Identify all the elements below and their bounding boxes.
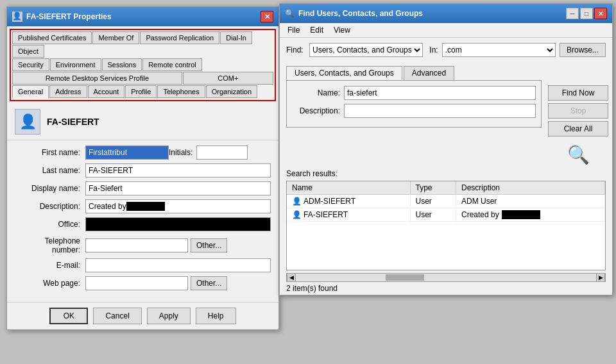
name-field-input[interactable] [344, 86, 536, 100]
results-table: Name Type Description 👤 ADM-SIEFERT [287, 181, 605, 222]
scroll-left-arrow[interactable]: ◀ [287, 273, 296, 282]
firstname-row: First name: Initials: [15, 145, 271, 160]
form-area: First name: Initials: Last name: Display… [7, 140, 278, 299]
profile-name: FA-SIEFERT [47, 117, 99, 127]
scrollbar-thumb[interactable] [386, 274, 424, 281]
tab-general[interactable]: General [12, 85, 49, 98]
cancel-button[interactable]: Cancel [93, 308, 141, 324]
tab-advanced[interactable]: Advanced [404, 66, 454, 80]
description-text: Created by [89, 202, 126, 211]
tab-password-replication[interactable]: Password Replication [140, 31, 219, 44]
horizontal-scrollbar[interactable]: ◀ ▶ [286, 273, 606, 282]
adm-name: ADM-SIEFERT [304, 197, 355, 206]
tab-environment[interactable]: Environment [50, 58, 101, 71]
telephone-label: Telephone number: [15, 236, 85, 254]
find-tabs: Users, Contacts, and Groups Advanced [286, 66, 606, 80]
tab-telephones[interactable]: Telephones [157, 85, 205, 98]
office-input[interactable] [85, 217, 271, 231]
displayname-input[interactable] [85, 181, 271, 195]
tab-object[interactable]: Object [12, 45, 44, 58]
find-now-button[interactable]: Find Now [548, 85, 608, 101]
maximize-button[interactable]: □ [580, 8, 593, 19]
result-name-fa: 👤 FA-SIEFERT [287, 208, 410, 222]
telephone-other-button[interactable]: Other... [191, 238, 227, 252]
description-label: Description: [15, 202, 85, 211]
tab-row-2: Security Environment Sessions Remote con… [12, 58, 273, 71]
browse-button[interactable]: Browse... [560, 43, 606, 57]
col-name[interactable]: Name [287, 181, 410, 195]
email-input[interactable] [85, 258, 271, 272]
tab-users-contacts-groups[interactable]: Users, Contacts, and Groups [286, 66, 402, 80]
find-close-button[interactable]: ✕ [594, 8, 607, 19]
find-icon: 🔍 [548, 144, 608, 165]
email-label: E-mail: [15, 261, 85, 270]
tab-published-certificates[interactable]: Published Certificates [12, 31, 92, 44]
find-in-row: Find: Users, Contacts, and Groups In: .c… [286, 43, 606, 57]
tab-row-1: Published Certificates Member Of Passwor… [12, 31, 273, 58]
stop-button[interactable]: Stop [548, 103, 608, 119]
tab-organization[interactable]: Organization [206, 85, 257, 98]
firstname-label: First name: [15, 148, 85, 157]
initials-label: Initials: [169, 148, 193, 157]
desc-field-input[interactable] [344, 104, 536, 118]
firstname-input[interactable] [85, 145, 169, 160]
scrollbar-track[interactable] [296, 274, 596, 281]
profile-area: 👤 FA-SIEFERT [7, 104, 278, 140]
tab-profile[interactable]: Profile [125, 85, 157, 98]
in-domain-select[interactable]: .com [442, 43, 556, 57]
find-dialog-icon: 🔍 [285, 9, 295, 18]
menu-view[interactable]: View [329, 24, 355, 36]
dialog-buttons: OK Cancel Apply Help [7, 302, 278, 329]
webpage-input[interactable] [85, 276, 188, 290]
dialog-icon: 👤 [12, 12, 22, 22]
webpage-other-button[interactable]: Other... [191, 276, 227, 290]
find-titlebar-buttons: ─ □ ✕ [566, 8, 607, 19]
desc-field-label: Description: [292, 106, 340, 115]
clear-all-button[interactable]: Clear All [548, 121, 608, 136]
office-label: Office: [15, 220, 85, 229]
tab-row-4: General Address Account Profile Telephon… [12, 85, 273, 98]
lastname-input[interactable] [85, 163, 271, 178]
result-name-adm: 👤 ADM-SIEFERT [287, 195, 410, 208]
results-area: Search results: Name Type Description 👤 [286, 169, 606, 270]
lastname-row: Last name: [15, 163, 271, 178]
name-field-row: Name: [292, 86, 536, 100]
table-row[interactable]: 👤 FA-SIEFERT User Created by [287, 208, 605, 222]
fa-desc-redacted [502, 210, 540, 219]
find-titlebar: 🔍 Find Users, Contacts, and Groups ─ □ ✕ [280, 4, 612, 23]
tab-dial-in[interactable]: Dial-In [220, 31, 252, 44]
tab-member-of[interactable]: Member Of [92, 31, 139, 44]
tab-account[interactable]: Account [88, 85, 125, 98]
tab-address[interactable]: Address [49, 85, 87, 98]
find-dialog-title: Find Users, Contacts, and Groups [298, 9, 423, 18]
help-button[interactable]: Help [196, 308, 236, 324]
col-type[interactable]: Type [410, 181, 456, 195]
tab-remote-control[interactable]: Remote control [142, 58, 202, 71]
telephone-input[interactable] [85, 238, 188, 252]
description-input[interactable]: Created by [85, 199, 271, 213]
properties-title: FA-SIEFERT Properties [26, 12, 112, 21]
minimize-button[interactable]: ─ [566, 8, 579, 19]
scroll-right-arrow[interactable]: ▶ [596, 273, 605, 282]
results-label: Search results: [286, 169, 606, 178]
tab-remote-desktop[interactable]: Remote Desktop Services Profile [12, 72, 182, 85]
properties-close-button[interactable]: ✕ [261, 11, 273, 22]
find-type-select[interactable]: Users, Contacts, and Groups [309, 43, 423, 57]
tab-com-plus[interactable]: COM+ [183, 72, 273, 85]
ok-button[interactable]: OK [49, 308, 88, 324]
tab-sessions[interactable]: Sessions [102, 58, 142, 71]
fa-type: User [410, 208, 456, 222]
properties-dialog: 👤 FA-SIEFERT Properties ✕ Published Cert… [6, 6, 279, 330]
user-avatar: 👤 [15, 109, 40, 135]
initials-group: Initials: [169, 145, 248, 160]
apply-button[interactable]: Apply [147, 308, 191, 324]
table-row[interactable]: 👤 ADM-SIEFERT User ADM User [287, 195, 605, 208]
initials-input[interactable] [196, 145, 248, 160]
menu-edit[interactable]: Edit [305, 24, 329, 36]
find-form: Find: Users, Contacts, and Groups In: .c… [280, 38, 612, 66]
tab-security[interactable]: Security [12, 58, 49, 71]
description-row: Description: Created by [15, 199, 271, 213]
col-description[interactable]: Description [456, 181, 604, 195]
find-label: Find: [286, 46, 305, 54]
menu-file[interactable]: File [282, 24, 305, 36]
